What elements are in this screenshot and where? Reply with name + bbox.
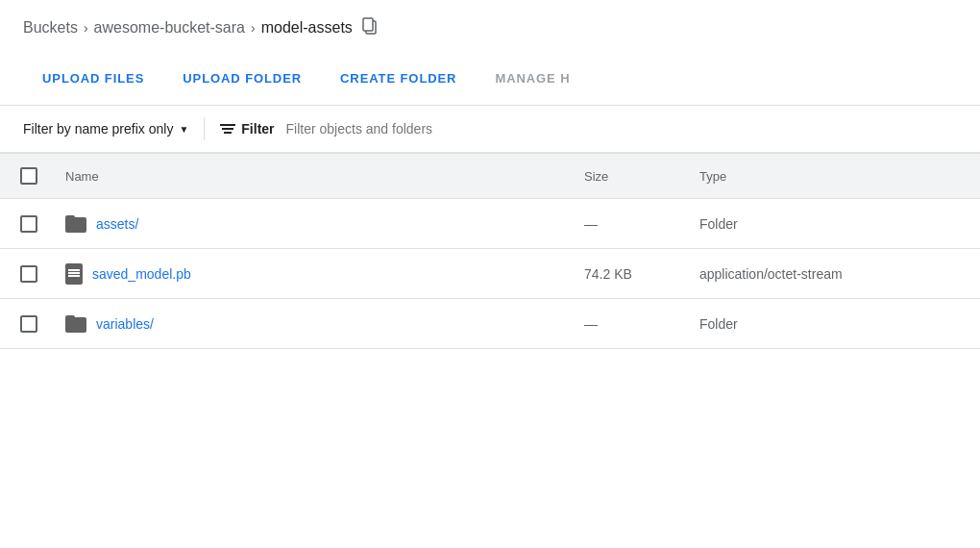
row-type: Folder <box>692 209 980 239</box>
row-checkbox-col <box>0 258 58 290</box>
copy-path-icon[interactable] <box>362 17 378 38</box>
breadcrumb-bucket-name[interactable]: awesome-bucket-sara <box>94 19 245 37</box>
filter-input[interactable] <box>286 121 957 137</box>
filter-button[interactable]: Filter <box>220 121 274 137</box>
filter-dropdown[interactable]: Filter by name prefix only ▼ <box>23 121 188 137</box>
header-size: Size <box>576 163 692 188</box>
row-name-label: assets/ <box>96 216 138 232</box>
upload-folder-button[interactable]: UPLOAD FOLDER <box>163 60 321 97</box>
upload-files-button[interactable]: UPLOAD FILES <box>23 60 163 97</box>
table-header: Name Size Type <box>0 154 980 199</box>
select-all-checkbox[interactable] <box>20 167 37 185</box>
breadcrumb-buckets[interactable]: Buckets <box>23 19 78 37</box>
row-checkbox[interactable] <box>20 315 37 333</box>
row-name-label: variables/ <box>96 316 154 332</box>
row-size: — <box>576 209 692 239</box>
breadcrumb-current: model-assets <box>261 19 353 37</box>
row-name[interactable]: variables/ <box>58 308 576 340</box>
table-row: saved_model.pb 74.2 KB application/octet… <box>0 249 980 299</box>
file-table: Name Size Type assets/ — Folder saved_mo… <box>0 154 980 349</box>
row-checkbox[interactable] <box>20 265 37 283</box>
breadcrumb-chevron-1: › <box>84 20 88 36</box>
row-size: 74.2 KB <box>576 259 692 289</box>
folder-icon <box>65 215 86 233</box>
filter-dropdown-label: Filter by name prefix only <box>23 121 173 137</box>
row-checkbox[interactable] <box>20 215 37 233</box>
svg-rect-1 <box>363 18 373 31</box>
toolbar: UPLOAD FILES UPLOAD FOLDER CREATE FOLDER… <box>0 52 980 106</box>
header-name: Name <box>58 163 576 188</box>
row-checkbox-col <box>0 208 58 240</box>
row-name[interactable]: assets/ <box>58 208 576 240</box>
row-type: application/octet-stream <box>692 259 980 289</box>
row-type: Folder <box>692 309 980 339</box>
filter-dropdown-arrow-icon: ▼ <box>179 124 188 135</box>
file-icon <box>65 263 83 285</box>
row-name-label: saved_model.pb <box>92 266 191 282</box>
row-size: — <box>576 309 692 339</box>
header-checkbox-col <box>0 163 58 188</box>
manage-h-button[interactable]: MANAGE H <box>476 60 589 97</box>
table-row: assets/ — Folder <box>0 199 980 249</box>
folder-icon <box>65 315 86 333</box>
filter-divider <box>204 117 205 140</box>
table-row: variables/ — Folder <box>0 299 980 349</box>
filter-button-label: Filter <box>241 121 274 137</box>
row-checkbox-col <box>0 308 58 340</box>
filter-bar: Filter by name prefix only ▼ Filter <box>0 106 980 154</box>
header-type: Type <box>692 163 980 188</box>
breadcrumb-chevron-2: › <box>251 20 256 36</box>
filter-icon <box>220 124 235 134</box>
breadcrumb: Buckets › awesome-bucket-sara › model-as… <box>0 0 980 52</box>
row-name[interactable]: saved_model.pb <box>58 256 576 292</box>
create-folder-button[interactable]: CREATE FOLDER <box>321 60 476 97</box>
